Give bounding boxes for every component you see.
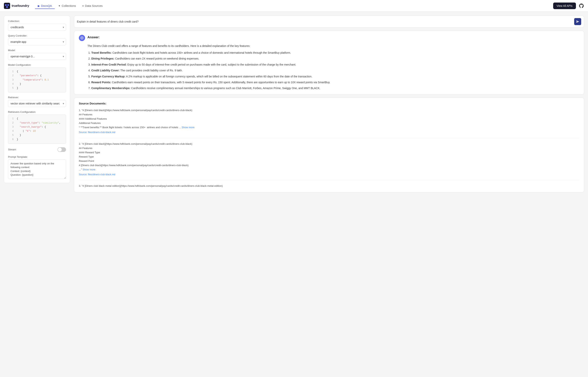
stream-label: Stream bbox=[8, 148, 16, 151]
retrievers-config-editor[interactable]: 1 { 2 "search_type": "similarity", 3 "se… bbox=[8, 115, 66, 144]
collection-select[interactable]: creditcards bbox=[8, 24, 66, 31]
item-bold-4: Credit Liability Cover: bbox=[91, 69, 120, 72]
main-content: Collection: creditcards Query Controller… bbox=[0, 12, 588, 377]
item-bold-2: Dining Privileges: bbox=[91, 57, 114, 60]
retriever-select-wrapper: vector store retriever with similarity s… bbox=[8, 100, 66, 107]
answer-intro: The Diners Club credit card offers a ran… bbox=[87, 44, 579, 48]
nav-docsqa-label: DocsQA bbox=[41, 4, 52, 7]
source-doc-2: 2. "# [Diners club black](https://www.hd… bbox=[79, 142, 579, 180]
svg-rect-1 bbox=[5, 4, 7, 6]
logo-text: truefoundry bbox=[12, 4, 29, 8]
prompt-template-label: Prompt Template: bbox=[8, 155, 66, 158]
model-config-line-3: 3 "temperature": 0.1 bbox=[11, 78, 63, 82]
svg-rect-0 bbox=[4, 3, 10, 9]
list-item: Credit Liability Cover: The card provide… bbox=[91, 68, 579, 72]
send-button[interactable] bbox=[574, 18, 581, 25]
source-doc-3-content: 3. "# [Diners club black metal edition](… bbox=[79, 184, 579, 188]
source-file-2[interactable]: Source: files/diners-club-black.md bbox=[79, 173, 579, 177]
prompt-template-group: Prompt Template: Answer the question bas… bbox=[8, 155, 66, 179]
send-icon bbox=[576, 20, 579, 23]
docsqa-icon: ▶ bbox=[38, 4, 40, 7]
collections-icon: ✦ bbox=[58, 4, 61, 7]
item-bold-6: Reward Points: bbox=[91, 81, 111, 84]
prompt-template-textarea[interactable]: Answer the question based only on the fo… bbox=[8, 160, 66, 179]
collection-label: Collection: bbox=[8, 20, 66, 23]
model-group: Model: openai-main/gpt-3... bbox=[8, 49, 66, 60]
nav-datasources-label: Data Sources bbox=[85, 4, 103, 7]
nav-collections[interactable]: ✦ Collections bbox=[55, 2, 79, 9]
query-input[interactable] bbox=[77, 20, 572, 23]
ret-config-line-6: 6 } bbox=[11, 138, 63, 141]
query-bar bbox=[74, 16, 584, 28]
retrievers-config-label: Retrievers Configuration: bbox=[8, 110, 66, 113]
logo: truefoundry bbox=[4, 3, 29, 9]
nav-docsqa[interactable]: ▶ DocsQA bbox=[35, 2, 55, 9]
query-controller-group: Query Controller: example-app bbox=[8, 34, 66, 45]
retriever-label: Retriever: bbox=[8, 96, 66, 99]
answer-body: The Diners Club credit card offers a ran… bbox=[87, 44, 579, 91]
query-controller-select[interactable]: example-app bbox=[8, 38, 66, 45]
source-file-1-label: Source: files/diners-club-black.md bbox=[79, 131, 115, 134]
view-all-apis-button[interactable]: View All APIs bbox=[553, 2, 576, 9]
main-nav: ▶ DocsQA ✦ Collections ≡ Data Sources bbox=[35, 2, 553, 9]
source-file-1[interactable]: Source: files/diners-club-black.md bbox=[79, 130, 579, 134]
nav-collections-label: Collections bbox=[62, 4, 76, 7]
chat-area: Answer: The Diners Club credit card offe… bbox=[74, 16, 584, 373]
retriever-group: Retriever: vector store retriever with s… bbox=[8, 96, 66, 107]
logo-icon bbox=[4, 3, 10, 9]
show-more-1[interactable]: Show more bbox=[182, 126, 195, 129]
header-right: View All APIs bbox=[553, 2, 584, 9]
collection-group: Collection: creditcards bbox=[8, 20, 66, 31]
source-doc-1-content: 1. "# [Diners club black](https://www.hd… bbox=[79, 108, 579, 130]
ret-config-line-2: 2 "search_type": "similarity", bbox=[11, 121, 63, 125]
ret-config-line-5: 5 } bbox=[11, 133, 63, 137]
query-controller-select-wrapper: example-app bbox=[8, 38, 66, 45]
item-bold-5: Foreign Currency Markup: bbox=[91, 75, 125, 78]
model-select[interactable]: openai-main/gpt-3... bbox=[8, 53, 66, 60]
github-icon[interactable] bbox=[579, 3, 584, 9]
answer-list: Travel Benefits: Cardholders can book fl… bbox=[87, 51, 579, 91]
model-config-editor[interactable]: 1 { 2 "parameters": { 3 "temperature": 0… bbox=[8, 68, 66, 92]
stream-row: Stream bbox=[8, 147, 66, 152]
collection-select-wrapper: creditcards bbox=[8, 24, 66, 31]
answer-title: Answer: bbox=[87, 35, 100, 39]
svg-rect-2 bbox=[7, 4, 9, 6]
model-config-label: Model Configuration: bbox=[8, 63, 66, 66]
list-item: Complimentary Memberships: Cardholders r… bbox=[91, 86, 579, 90]
item-bold-1: Travel Benefits: bbox=[91, 51, 111, 54]
source-doc-3: 3. "# [Diners club black metal edition](… bbox=[79, 184, 579, 188]
header: truefoundry ▶ DocsQA ✦ Collections ≡ Dat… bbox=[0, 0, 588, 12]
source-docs-section: Source Documents: 1. "# [Diners club bla… bbox=[74, 98, 584, 192]
sidebar: Collection: creditcards Query Controller… bbox=[4, 16, 70, 183]
stream-toggle[interactable] bbox=[57, 147, 66, 152]
source-doc-1: 1. "# [Diners club black](https://www.hd… bbox=[79, 108, 579, 138]
model-config-line-2: 2 "parameters": { bbox=[11, 74, 63, 78]
item-bold-3: Interest-Free Credit Period: bbox=[91, 63, 127, 66]
answer-header: Answer: bbox=[79, 35, 579, 41]
query-controller-label: Query Controller: bbox=[8, 34, 66, 37]
model-config-line-1: 1 { bbox=[11, 70, 63, 74]
list-item: Interest-Free Credit Period: Enjoy up to… bbox=[91, 62, 579, 67]
ret-config-line-1: 1 { bbox=[11, 117, 63, 121]
source-docs-title: Source Documents: bbox=[79, 102, 579, 105]
model-config-line-5: 5 } bbox=[11, 86, 63, 90]
ret-config-line-3: 3 "search_kwargs": { bbox=[11, 125, 63, 129]
list-item: Dining Privileges: Cardholders can earn … bbox=[91, 56, 579, 61]
source-doc-2-content: 2. "# [Diners club black](https://www.hd… bbox=[79, 142, 579, 172]
item-bold-7: Complimentary Memberships: bbox=[91, 87, 130, 90]
svg-rect-3 bbox=[6, 6, 8, 8]
list-item: Reward Points: Cardholders earn reward p… bbox=[91, 80, 579, 84]
list-item: Foreign Currency Markup: A 2% markup is … bbox=[91, 74, 579, 79]
bot-icon bbox=[80, 36, 84, 40]
retriever-select[interactable]: vector store retriever with similarity s… bbox=[8, 100, 66, 107]
list-item: Travel Benefits: Cardholders can book fl… bbox=[91, 51, 579, 55]
svg-point-5 bbox=[81, 37, 83, 38]
model-select-wrapper: openai-main/gpt-3... bbox=[8, 53, 66, 60]
nav-datasources[interactable]: ≡ Data Sources bbox=[79, 2, 105, 9]
model-label: Model: bbox=[8, 49, 66, 52]
model-config-line-4: 4 } bbox=[11, 82, 63, 86]
retrievers-config-group: Retrievers Configuration: 1 { 2 "search_… bbox=[8, 110, 66, 144]
datasources-icon: ≡ bbox=[82, 4, 84, 7]
show-more-2[interactable]: Show more bbox=[83, 168, 95, 171]
answer-section: Answer: The Diners Club credit card offe… bbox=[74, 31, 584, 94]
